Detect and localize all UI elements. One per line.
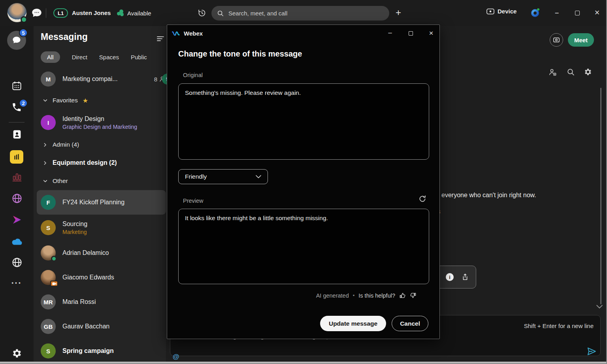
dialog-minimize-button[interactable]: −: [386, 29, 394, 38]
section-other[interactable]: Other: [34, 172, 166, 190]
sidebar-header: Messaging: [34, 26, 166, 49]
salesforce-cloud-icon: [10, 236, 24, 247]
newline-hint: Shift + Enter for a new line: [471, 323, 594, 329]
space-search-icon[interactable]: [566, 67, 575, 77]
rail-browser-button[interactable]: [0, 257, 34, 268]
rail-chart-app-button[interactable]: [0, 172, 34, 183]
conversation-maria-rossi[interactable]: MR Maria Rossi: [34, 290, 166, 314]
cancel-button[interactable]: Cancel: [392, 316, 428, 331]
add-button[interactable]: +: [393, 6, 404, 20]
app-rail: 5 2 ••• ?: [0, 26, 34, 364]
presence-dot: [21, 16, 27, 23]
section-label: Admin (4): [53, 141, 79, 148]
rail-calling-button[interactable]: [0, 102, 34, 113]
send-plane-icon: [586, 346, 597, 356]
conversation-fy24-kickoff-planning[interactable]: F FY24 Kickoff Planning: [37, 190, 166, 215]
rail-divider: [9, 122, 25, 123]
window-bottom-edge: [0, 362, 606, 363]
tab-all[interactable]: All: [41, 51, 60, 63]
conversation-gaurav-bacchan[interactable]: GB Gaurav Bacchan: [34, 314, 166, 339]
chevron-right-icon: [43, 160, 48, 166]
avatar-initials: GB: [44, 323, 53, 330]
window-close-button[interactable]: ×: [592, 7, 602, 18]
separator-dot: •: [353, 292, 355, 298]
titlebar-divider: [46, 8, 46, 18]
schedule-meeting-button[interactable]: [550, 33, 563, 47]
tab-direct[interactable]: Direct: [72, 51, 87, 63]
scrollbar[interactable]: [600, 88, 601, 304]
dialog-maximize-button[interactable]: [406, 29, 415, 38]
conversation-identity-design[interactable]: I Identity Design Graphic Design and Mar…: [34, 109, 166, 136]
avatar-initials: I: [47, 119, 49, 126]
messaging-unread-badge: 5: [19, 28, 28, 37]
rail-settings-button[interactable]: [0, 348, 34, 359]
update-message-button[interactable]: Update message: [320, 316, 386, 331]
avatar: I: [41, 115, 56, 130]
rail-web-app-button[interactable]: [0, 193, 34, 204]
window-maximize-button[interactable]: [572, 8, 582, 18]
space-settings-icon[interactable]: [583, 67, 593, 77]
tab-public[interactable]: Public: [131, 51, 147, 63]
titlebar: L1 Austen Jones Available + Device − ×: [0, 0, 606, 26]
history-icon[interactable]: [197, 8, 207, 18]
globe-icon: [11, 257, 23, 268]
search-input[interactable]: [228, 9, 384, 17]
section-admin-4[interactable]: Admin (4): [34, 136, 166, 154]
rail-vidcast-button[interactable]: [0, 214, 34, 226]
section-equipment-design-2[interactable]: Equipment design (2): [34, 154, 166, 172]
filter-menu-icon[interactable]: [156, 36, 164, 42]
rail-more-button[interactable]: •••: [0, 280, 34, 286]
calendar-icon: [11, 81, 22, 91]
conversation-giacomo-edwards[interactable]: Giacomo Edwards: [34, 265, 166, 290]
rail-salesforce-button[interactable]: [0, 236, 34, 247]
dialog-close-button[interactable]: ×: [427, 29, 435, 38]
dialog-titlebar: Webex − ×: [167, 25, 439, 41]
device-icon: [486, 8, 494, 15]
avatar: F: [41, 195, 56, 210]
bar-chart-icon: [11, 172, 23, 183]
change-tone-dialog: Webex − × Change the tone of this messag…: [167, 25, 440, 339]
presence-active-dot: [51, 256, 57, 262]
maximize-icon: [409, 31, 413, 36]
presence-status-label[interactable]: Available: [127, 10, 151, 17]
send-button[interactable]: [586, 346, 597, 356]
rail-contacts-button[interactable]: [0, 129, 34, 140]
conversation-marketing-compai[interactable]: M Marketing compai... 8 9: [34, 67, 166, 91]
avatar: S: [41, 343, 56, 358]
user-avatar[interactable]: [7, 3, 27, 23]
add-people-icon[interactable]: [548, 67, 557, 77]
scroll-down-icon[interactable]: [596, 304, 603, 311]
conversation-title: Marketing compai...: [62, 75, 118, 83]
connect-device-button[interactable]: Device: [486, 8, 517, 15]
original-textarea[interactable]: Something's missing. Please review again…: [178, 83, 429, 160]
forward-icon[interactable]: [461, 273, 469, 281]
info-icon[interactable]: i: [446, 273, 454, 281]
mention-icon[interactable]: @: [173, 353, 179, 361]
global-search[interactable]: [211, 6, 389, 21]
ai-feedback-row: AI generated • Is this helpful?: [316, 292, 417, 299]
conversation-spring-campaign[interactable]: S Spring campaign: [34, 339, 166, 363]
contacts-icon: [11, 129, 23, 140]
regenerate-icon[interactable]: [418, 195, 426, 203]
info-glyph: i: [449, 274, 451, 280]
window-minimize-button[interactable]: −: [552, 8, 562, 18]
thumbs-up-icon[interactable]: [399, 292, 406, 299]
conversation-sourcing[interactable]: S Sourcing Marketing: [34, 215, 166, 241]
preview-textarea[interactable]: It looks like there might be a little so…: [178, 209, 429, 284]
chat-bubble-icon[interactable]: [31, 7, 43, 19]
avatar-initials: F: [46, 199, 50, 206]
section-label: Equipment design (2): [53, 159, 117, 166]
rail-miro-app-button[interactable]: [10, 150, 23, 164]
webex-logo-icon: [172, 30, 180, 36]
tab-spaces[interactable]: Spaces: [99, 51, 119, 63]
avatar: [41, 245, 56, 260]
dialog-actions: Update message Cancel: [320, 316, 428, 331]
rail-calendar-button[interactable]: [0, 81, 34, 91]
messaging-sidebar: Messaging All Direct Spaces Public M Mar…: [34, 26, 166, 364]
preview-label: Preview: [183, 198, 204, 204]
tone-dropdown[interactable]: Friendly: [178, 169, 268, 184]
meet-button[interactable]: Meet: [568, 33, 594, 47]
section-favorites[interactable]: Favorites ★: [34, 91, 166, 109]
conversation-adrian-delamico[interactable]: Adrian Delamico: [34, 241, 166, 265]
thumbs-down-icon[interactable]: [410, 292, 417, 299]
